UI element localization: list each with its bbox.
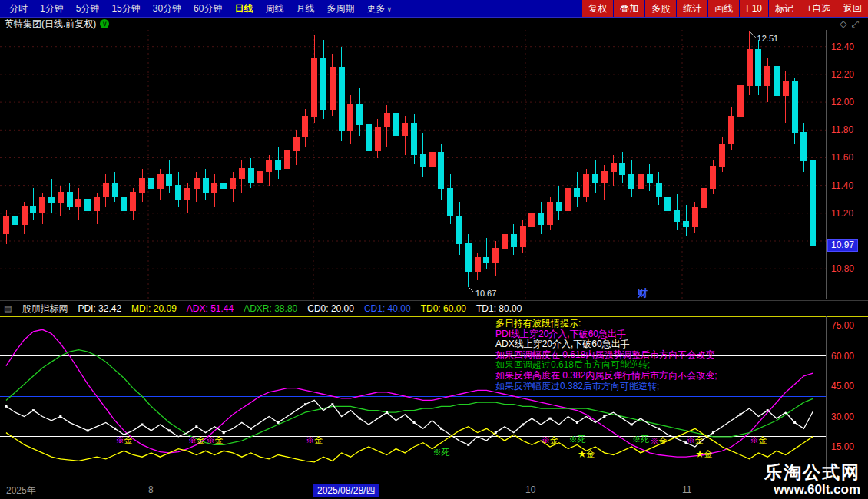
indicator-field: CD1: 40.00 (364, 303, 411, 314)
toolbar-button-返回[interactable]: 返回 (837, 0, 868, 17)
watermark-url: www.60lt.com (764, 482, 860, 497)
last-price-badge: 10.97 (827, 239, 858, 252)
indicator-axis-label: 60.00 (831, 351, 854, 362)
period-tab-更多[interactable]: 更多∨ (360, 0, 398, 18)
period-tab-周线[interactable]: 周线 (259, 0, 290, 17)
chart-title: 英特集团(日线.前复权) (5, 18, 96, 31)
expand-icon[interactable]: ⤢ (851, 18, 863, 29)
toolbar-button-复权[interactable]: 复权 (582, 0, 613, 17)
toolbar-button-画线[interactable]: 画线 (708, 0, 739, 17)
indicator-axis: 75.0060.0045.0030.0015.00 (826, 316, 868, 480)
signal-marker-gold: ※金 (542, 435, 558, 444)
price-axis-label: 12.40 (831, 41, 854, 52)
indicator-note-line: 如果回调幅度在 0.618内属强势调整后市方向不会改变 (495, 350, 717, 361)
diamond-icon[interactable]: ◇ (840, 18, 851, 29)
indicator-field: ADXR: 38.80 (244, 303, 297, 314)
indicator-field: PDI: 32.42 (78, 303, 121, 314)
toolbar-button-叠加[interactable]: 叠加 (614, 0, 644, 17)
period-tab-60分钟[interactable]: 60分钟 (187, 0, 228, 17)
price-axis-label: 11.60 (831, 152, 853, 163)
price-axis-label: 11.80 (831, 124, 853, 135)
price-axis-label: 12.00 (831, 97, 854, 107)
indicator-header: ▤ 股朋指标网 PDI: 32.42MDI: 20.09ADX: 51.44AD… (0, 300, 868, 317)
signal-marker-gold: ※金 (687, 435, 704, 444)
top-toolbar: 分时1分钟5分钟15分钟30分钟60分钟日线周线月线多周期更多∨ 复权叠加多股统… (0, 0, 868, 18)
signal-marker-gold: ※金 (651, 436, 668, 445)
indicator-field: MDI: 20.09 (131, 303, 177, 314)
period-tab-15分钟[interactable]: 15分钟 (105, 0, 146, 17)
signal-marker-gold: ※金 (750, 435, 767, 444)
indicator-notes: 多日持有波段情提示:PDI线上穿20介入,下破60急出手ADX线上穿20介入,下… (495, 319, 717, 392)
indicator-field: TD0: 60.00 (421, 303, 466, 314)
period-tab-1分钟[interactable]: 1分钟 (34, 0, 70, 17)
signal-marker-gold: ※金 (188, 435, 205, 444)
chevron-down-icon: ∨ (386, 5, 392, 13)
indicator-field: ADX: 51.44 (187, 303, 234, 314)
indicator-note-line: PDI线上穿20介入,下破60急出手 (495, 329, 717, 340)
toolbar-button-统计[interactable]: 统计 (677, 0, 707, 17)
watermark: 乐淘公式网 www.60lt.com (764, 462, 860, 497)
indicator-axis-label: 45.00 (831, 381, 854, 392)
toolbar-button-+自选[interactable]: +自选 (800, 0, 837, 17)
signal-marker-gold: ※金 (306, 435, 323, 444)
indicator-note-line: 多日持有波段情提示: (495, 319, 717, 329)
indicator-field: CD0: 20.00 (307, 303, 354, 314)
price-axis-label: 10.80 (831, 263, 854, 274)
toolbar-button-F10[interactable]: F10 (740, 0, 768, 17)
time-tick: 8 (148, 484, 154, 495)
signal-marker-star: ★金 (696, 449, 713, 458)
indicator-note-line: 如果回调超过0.618后市方向可能逆转; (495, 360, 717, 371)
period-tab-5分钟[interactable]: 5分钟 (70, 0, 106, 17)
signal-marker-death: ※死 (432, 448, 449, 457)
signal-marker-gold: ※金 (206, 435, 223, 444)
indicator-panel: ※金※金※金※金※死※金※死★金※死※金※金★金※金 多日持有波段情提示:PDI… (0, 316, 868, 480)
toolbar-actions: 复权叠加多股统计画线F10标记+自选返回 (581, 0, 868, 17)
candlestick-chart[interactable]: 12.5110.67 (0, 30, 826, 299)
indicator-name[interactable]: 股朋指标网 (22, 302, 68, 316)
signal-marker-death: ※死 (568, 435, 585, 444)
toolbar-button-标记[interactable]: 标记 (769, 0, 800, 17)
title-dropdown-icon[interactable]: ∨ (100, 19, 109, 28)
indicator-note-line: ADX线上穿20介入,下破60急出手 (495, 339, 717, 350)
watermark-name: 乐淘公式网 (764, 462, 860, 482)
period-tabs: 分时1分钟5分钟15分钟30分钟60分钟日线周线月线多周期更多∨ (0, 0, 398, 17)
price-axis: 12.4012.2012.0011.8011.6011.4011.2010.80… (826, 30, 868, 299)
time-axis: 2025年82025/08/28/四1011 (0, 481, 868, 499)
indicator-axis-label: 75.00 (831, 320, 854, 331)
period-tab-30分钟[interactable]: 30分钟 (147, 0, 187, 17)
period-tab-月线[interactable]: 月线 (290, 0, 320, 17)
toolbar-button-多股[interactable]: 多股 (645, 0, 676, 17)
indicator-axis-label: 15.00 (831, 441, 854, 452)
price-axis-label: 11.20 (831, 208, 853, 219)
chart-title-bar: 英特集团(日线.前复权) ∨ ◇⤢ (0, 18, 868, 30)
price-axis-label: 12.20 (831, 69, 854, 80)
time-tick: 2025/08/28/四 (313, 484, 379, 497)
signal-marker-gold: ※金 (115, 435, 132, 444)
signal-marker-star: ★金 (578, 449, 595, 458)
price-axis-label: 11.40 (831, 180, 853, 191)
signal-flag-label: 财 (638, 286, 648, 300)
time-tick: 2025年 (6, 484, 36, 497)
low-price-annotation: 10.67 (475, 289, 497, 298)
main-chart-panel: 12.5110.67 12.4012.2012.0011.8011.6011.4… (0, 30, 868, 299)
indicator-field: TD1: 80.00 (476, 303, 522, 314)
indicator-note-line: 如果反弹幅度过0.382后市方向可能逆转; (495, 382, 717, 392)
period-tab-日线[interactable]: 日线 (228, 0, 259, 17)
period-tab-分时[interactable]: 分时 (3, 0, 34, 17)
app-window: 分时1分钟5分钟15分钟30分钟60分钟日线周线月线多周期更多∨ 复权叠加多股统… (0, 0, 868, 499)
period-tab-多周期[interactable]: 多周期 (320, 0, 360, 17)
indicator-icon[interactable]: ▤ (4, 304, 12, 314)
signal-marker-death: ※死 (632, 435, 649, 444)
indicator-axis-label: 30.00 (831, 411, 854, 422)
indicator-note-line: 如果反弹高度在 0.382内属反弹行情后市方向不会改变; (495, 371, 717, 382)
time-tick: 10 (525, 484, 535, 495)
high-price-annotation: 12.51 (757, 34, 779, 43)
time-tick: 11 (682, 484, 691, 495)
